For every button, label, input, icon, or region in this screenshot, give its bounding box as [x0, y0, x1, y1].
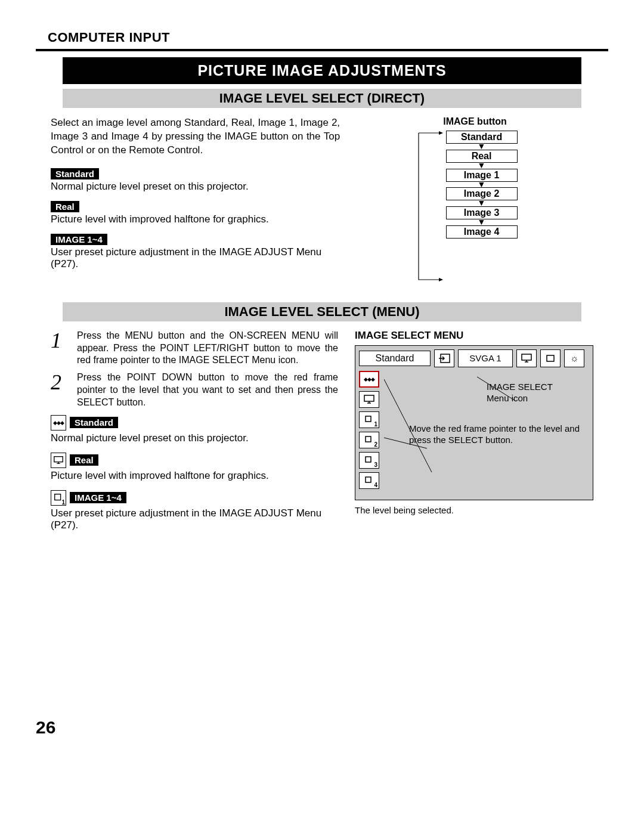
diamonds-icon — [51, 415, 66, 431]
image-button-flow: IMAGE button Standard ▼ Real ▼ Image 1 ▼ — [419, 116, 532, 239]
side-diamonds-selected-icon — [359, 371, 379, 388]
image-select-menu-title: IMAGE SELECT MENU — [355, 330, 593, 342]
step-row: 2 Press the POINT DOWN button to move th… — [51, 371, 338, 408]
label-standard-menu: Standard — [70, 417, 118, 428]
side-monitor-icon — [359, 391, 379, 408]
menu-frame: Standard SVGA 1 ☼ — [355, 345, 593, 500]
label-standard: Standard — [51, 168, 99, 179]
desc-image14-menu: User preset picture adjustment in the IM… — [51, 507, 338, 531]
direct-intro: Select an image level among Standard, Re… — [51, 116, 340, 157]
step-text: Press the POINT DOWN button to move the … — [77, 371, 338, 408]
input-icon — [434, 349, 454, 367]
desc-real: Picture level with improved halftone for… — [51, 213, 340, 225]
flow-arrow-icon: ▼ — [432, 163, 532, 169]
svg-rect-7 — [364, 395, 374, 401]
side-img1-icon: 1 — [359, 411, 379, 428]
title-bar-main: PICTURE IMAGE ADJUSTMENTS — [63, 57, 581, 84]
title-bar-menu: IMAGE LEVEL SELECT (MENU) — [63, 302, 581, 321]
side-img2-icon: 2 — [359, 432, 379, 448]
desc-image14: User preset picture adjustment in the IM… — [51, 246, 340, 270]
svg-rect-10 — [366, 457, 371, 462]
step-number: 1 — [51, 330, 69, 367]
flow-arrow-icon: ▼ — [432, 144, 532, 150]
svg-rect-8 — [366, 416, 371, 422]
svg-rect-5 — [522, 354, 531, 360]
step-row: 1 Press the MENU button and the ON-SCREE… — [51, 330, 338, 367]
callout-image-select-icon: IMAGE SELECT Menu icon — [487, 382, 582, 404]
label-image14-menu: IMAGE 1~4 — [70, 492, 126, 503]
desc-standard: Normal picture level preset on this proj… — [51, 181, 340, 193]
step-number: 2 — [51, 371, 69, 408]
label-real-menu: Real — [70, 454, 98, 466]
flow-arrow-icon: ▼ — [432, 200, 532, 206]
flow-arrow-icon: ▼ — [432, 182, 532, 188]
svg-rect-11 — [366, 477, 371, 482]
flow-arrow-icon: ▼ — [432, 219, 532, 225]
monitor-icon — [51, 453, 66, 468]
svg-rect-6 — [547, 355, 554, 361]
monitor-small-icon — [516, 349, 537, 367]
svg-rect-2 — [54, 456, 63, 462]
label-real: Real — [51, 201, 79, 212]
desc-real-menu: Picture level with improved halftone for… — [51, 470, 338, 482]
adjust-icon — [540, 349, 561, 367]
callout-red-frame: Move the red frame pointer to the level … — [409, 423, 582, 446]
step-text: Press the MENU button and the ON-SCREEN … — [77, 330, 338, 367]
flow-title: IMAGE button — [419, 116, 532, 127]
settings-icon: ☼ — [564, 349, 584, 367]
page-number: 26 — [36, 717, 55, 738]
section-label: COMPUTER INPUT — [48, 30, 596, 47]
label-image14: IMAGE 1~4 — [51, 234, 107, 245]
title-bar-direct: IMAGE LEVEL SELECT (DIRECT) — [63, 89, 581, 108]
header-rule — [36, 49, 608, 51]
svga-label: SVGA 1 — [458, 349, 513, 367]
svg-rect-9 — [366, 436, 371, 442]
caption-level-selected: The level being selected. — [355, 505, 593, 516]
menu-top-label: Standard — [359, 351, 431, 366]
side-img4-icon: 4 — [359, 472, 379, 489]
desc-standard-menu: Normal picture level preset on this proj… — [51, 432, 338, 444]
flow-box: Image 4 — [446, 225, 518, 239]
image-num-icon: 1 — [51, 490, 66, 506]
side-img3-icon: 3 — [359, 452, 379, 469]
svg-rect-3 — [55, 494, 61, 500]
